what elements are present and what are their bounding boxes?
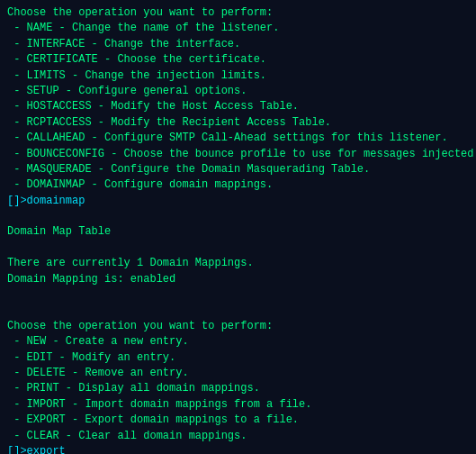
line-10: - BOUNCECONFIG - Choose the bounce profi… [7,147,469,162]
line-11: - MASQUERADE - Configure the Domain Masq… [7,162,469,177]
line-6: - SETUP - Configure general options. [7,84,469,99]
line-9: - CALLAHEAD - Configure SMTP Call-Ahead … [7,131,469,146]
prompt-bracket-open: []> [7,194,27,209]
line-12: - DOMAINMAP - Configure domain mappings. [7,177,469,193]
empty-2 [7,241,469,256]
terminal-window: Choose the operation you want to perform… [0,0,476,454]
op-import: - IMPORT - Import domain mappings from a… [7,397,469,413]
op-delete: - DELETE - Remove an entry. [7,366,469,381]
empty-3 [7,287,469,303]
line-3: - INTERFACE - Change the interface. [7,37,469,52]
domain-mapping-status: Domain Mapping is: enabled [7,272,469,287]
prompt-domainmap-value: domainmap [27,194,85,209]
prompt-domainmap[interactable]: []> domainmap [7,194,469,209]
domain-mappings-count: There are currently 1 Domain Mappings. [7,256,469,271]
prompt-export[interactable]: []> export [7,444,469,454]
line-7: - HOSTACCESS - Modify the Host Access Ta… [7,99,469,114]
prompt-bracket-open-2: []> [7,444,27,454]
op-export: - EXPORT - Export domain mappings to a f… [7,413,469,428]
line-1: Choose the operation you want to perform… [7,5,469,21]
line-5: - LIMITS - Change the injection limits. [7,68,469,84]
op-clear: - CLEAR - Clear all domain mappings. [7,429,469,444]
line-4: - CERTIFICATE - Choose the certificate. [7,52,469,68]
prompt-export-value: export [27,444,66,454]
op-print: - PRINT - Display all domain mappings. [7,381,469,396]
empty-1 [7,209,469,224]
line-2: - NAME - Change the name of the listener… [7,21,469,36]
op-edit: - EDIT - Modify an entry. [7,350,469,366]
op-new: - NEW - Create a new entry. [7,334,469,350]
choose-operation-2: Choose the operation you want to perform… [7,319,469,334]
domain-map-table-label: Domain Map Table [7,224,469,240]
line-8: - RCPTACCESS - Modify the Recipient Acce… [7,115,469,131]
empty-4 [7,303,469,318]
